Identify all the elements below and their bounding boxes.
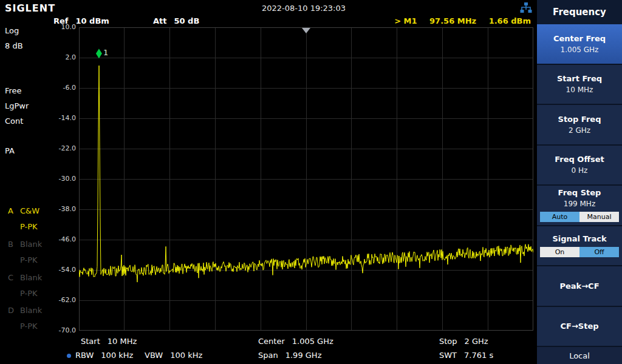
- sidebar-item-cf-to-step[interactable]: CF→Step: [537, 307, 622, 346]
- center-freq-label: Center Freq: [553, 34, 606, 43]
- trace-c-letter: C: [8, 273, 13, 282]
- svg-text:1: 1: [103, 48, 108, 57]
- trace-b-detector: P-PK: [20, 255, 38, 265]
- y-axis-label: -30.0: [50, 175, 76, 183]
- sweep-mode: Cont: [5, 116, 23, 126]
- start-freq-readout: Start10 MHz: [81, 337, 137, 346]
- freq-step-label: Freq Step: [558, 188, 601, 197]
- swt-value: 7.761 s: [464, 351, 493, 360]
- trace-d-detector: P-PK: [20, 322, 38, 331]
- sidebar-item-center-freq[interactable]: Center Freq 1.005 GHz: [537, 24, 622, 64]
- span-value: 1.99 GHz: [285, 351, 322, 360]
- start-freq-value: 10 MHz: [566, 86, 593, 94]
- sidebar-item-stop-freq[interactable]: Stop Freq 2 GHz: [537, 105, 622, 144]
- att-label: Att: [153, 16, 167, 25]
- y-axis-label: -22.0: [50, 144, 76, 152]
- trace-color-dot: [67, 354, 71, 358]
- vbw-value: 100 kHz: [170, 351, 202, 360]
- trace-b-letter: B: [8, 240, 13, 249]
- stop-freq-readout: Stop2 GHz: [439, 337, 488, 346]
- sidebar-item-peak-to-cf[interactable]: Peak→CF: [537, 266, 622, 306]
- peak-to-cf-label: Peak→CF: [559, 281, 599, 291]
- freq-step-mode-toggle: Auto Manual: [540, 212, 619, 222]
- ref-value: 10 dBm: [75, 16, 109, 25]
- spectrum-plot: 1: [79, 27, 533, 331]
- toggle-on[interactable]: On: [540, 247, 579, 257]
- attenuation-readout: Att50 dB: [153, 16, 199, 25]
- y-axis-label: 2.0: [50, 53, 76, 61]
- center-value: 1.005 GHz: [292, 337, 333, 346]
- amp-scale-type: Log: [5, 26, 19, 35]
- trace-a-letter: A: [8, 206, 13, 215]
- freq-offset-label: Freq Offset: [555, 155, 604, 164]
- freq-step-value: 199 MHz: [564, 200, 595, 208]
- y-axis-label: -54.0: [50, 266, 76, 274]
- rbw-label: RBW: [75, 351, 94, 360]
- center-freq-value: 1.005 GHz: [561, 46, 599, 54]
- brand-logo: SIGLENT: [5, 2, 55, 14]
- sidebar-item-freq-step[interactable]: Freq Step 199 MHz Auto Manual: [537, 186, 622, 225]
- trace-c-detector: P-PK: [20, 289, 38, 298]
- power-mode: LgPwr: [5, 101, 29, 110]
- marker-name: > M1: [394, 16, 417, 25]
- cf-to-step-label: CF→Step: [560, 322, 598, 331]
- y-axis-label: -6.0: [50, 84, 76, 92]
- freq-offset-value: 0 Hz: [572, 166, 588, 175]
- swt-readout: SWT7.761 s: [439, 351, 493, 360]
- marker-frequency: 97.56 MHz: [429, 16, 476, 25]
- y-axis-label: -62.0: [50, 296, 76, 304]
- att-value: 50 dB: [174, 16, 200, 25]
- vbw-label: VBW: [145, 351, 163, 360]
- span-readout: Span1.99 GHz: [258, 351, 321, 360]
- sidebar-item-freq-offset[interactable]: Freq Offset 0 Hz: [537, 146, 622, 185]
- menu-items: Center Freq 1.005 GHz Start Freq 10 MHz …: [537, 24, 622, 346]
- trace-a-detector: P-PK: [20, 222, 38, 231]
- spectrum-analyzer-screen: SIGLENT 2022-08-10 19:23:03 Ref10 dBm At…: [0, 0, 622, 364]
- start-label: Start: [81, 337, 100, 346]
- rbw-value: 100 kHz: [101, 351, 133, 360]
- start-value: 10 MHz: [108, 337, 137, 346]
- toggle-off[interactable]: Off: [579, 247, 619, 257]
- signal-track-toggle: On Off: [540, 247, 619, 257]
- y-axis-label: -46.0: [50, 235, 76, 243]
- trace-d-mode: Blank: [20, 306, 42, 315]
- toggle-manual[interactable]: Manual: [579, 212, 619, 222]
- trigger-mode: Free: [5, 86, 22, 95]
- signal-track-label: Signal Track: [552, 234, 606, 243]
- stop-freq-label: Stop Freq: [558, 115, 601, 124]
- scale-per-div: 8 dB: [5, 41, 23, 50]
- trace-a-mode: C&W: [20, 206, 39, 215]
- toggle-auto[interactable]: Auto: [540, 212, 579, 222]
- y-axis-label: -14.0: [50, 114, 76, 122]
- swt-label: SWT: [439, 351, 457, 360]
- trace-c-mode: Blank: [20, 273, 42, 282]
- span-label: Span: [258, 351, 278, 360]
- center-freq-readout: Center1.005 GHz: [258, 337, 333, 346]
- stop-value: 2 GHz: [465, 337, 488, 346]
- menu-title: Frequency: [537, 0, 622, 24]
- y-axis-label: -70.0: [50, 326, 76, 334]
- menu-sidebar: Frequency Center Freq 1.005 GHz Start Fr…: [537, 0, 622, 364]
- lan-network-icon: [520, 2, 532, 14]
- start-freq-label: Start Freq: [557, 74, 602, 83]
- stop-label: Stop: [439, 337, 457, 346]
- sidebar-item-signal-track[interactable]: Signal Track On Off: [537, 226, 622, 266]
- vbw-readout: VBW100 kHz: [145, 351, 202, 360]
- stop-freq-value: 2 GHz: [569, 126, 590, 135]
- center-label: Center: [258, 337, 285, 346]
- trace-b-mode: Blank: [20, 240, 42, 249]
- trace-canvas: 1: [79, 27, 533, 331]
- marker-amplitude: 1.66 dBm: [489, 16, 531, 25]
- preamp-state: PA: [5, 146, 15, 155]
- datetime: 2022-08-10 19:23:03: [194, 4, 413, 13]
- sidebar-item-start-freq[interactable]: Start Freq 10 MHz: [537, 65, 622, 104]
- marker-readout: > M1 97.56 MHz 1.66 dBm: [394, 16, 531, 25]
- rbw-readout: RBW100 kHz: [67, 351, 133, 360]
- local-button[interactable]: Local: [537, 347, 622, 364]
- y-axis-label: -38.0: [50, 205, 76, 213]
- y-axis-label: 10.0: [50, 23, 76, 31]
- trace-d-letter: D: [8, 306, 14, 315]
